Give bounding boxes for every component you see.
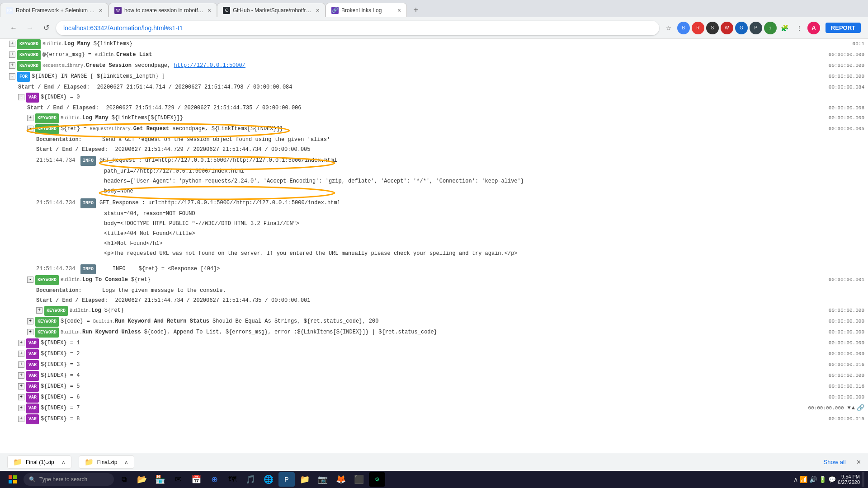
doc-label: Documentation:: [36, 286, 95, 295]
tab-close-rf[interactable]: ×: [99, 7, 103, 14]
toggle-expand[interactable]: +: [18, 372, 24, 379]
keyword-badge: KEYWORD: [35, 275, 59, 285]
toggle-collapse[interactable]: -: [27, 126, 33, 132]
tray-network-icon[interactable]: 📶: [800, 476, 807, 483]
meta-value: 20200627 21:51:44.729 / 20200627 21:51:4…: [115, 145, 310, 154]
tab-howto[interactable]: W how to create session in robotfra... ×: [108, 3, 217, 17]
toggle-expand[interactable]: +: [18, 416, 24, 422]
scroll-down-icon[interactable]: ▼: [848, 404, 851, 413]
download-item-1[interactable]: 📁 Final (1).zip ∧: [7, 455, 71, 469]
extension-icon-7[interactable]: 1: [764, 22, 777, 34]
toggle-expand[interactable]: +: [18, 351, 24, 357]
info-badge: INFO: [80, 198, 96, 208]
taskbar-icon-firefox[interactable]: 🦊: [333, 472, 349, 487]
toggle-expand[interactable]: +: [18, 383, 24, 389]
tray-battery-icon[interactable]: 🔋: [819, 476, 826, 483]
info-content: INFO: [99, 264, 138, 273]
taskbar-icon-chrome[interactable]: ⊕: [206, 472, 222, 487]
tab-robotframework[interactable]: RF Robot Framework + Selenium W... ×: [0, 3, 108, 17]
toggle-expand[interactable]: +: [18, 361, 24, 368]
taskbar-icon-store[interactable]: 🏪: [152, 472, 168, 487]
tab-bar: RF Robot Framework + Selenium W... × W h…: [0, 0, 868, 17]
taskbar-icon-music[interactable]: 🎵: [242, 472, 259, 487]
extension-icon-3[interactable]: S: [706, 22, 719, 34]
taskbar-icon-maps[interactable]: 🗺: [224, 472, 241, 487]
tab-close-brokenlinks[interactable]: ×: [397, 7, 401, 14]
tab-title-github: GitHub - MarketSquare/robotfra...: [233, 7, 313, 14]
list-item: - FOR ${INDEX} IN RANGE [ ${linkitems_le…: [0, 71, 868, 82]
new-tab-button[interactable]: +: [409, 3, 423, 17]
var-badge: VAR: [26, 404, 39, 413]
scroll-up-icon[interactable]: ▲: [852, 404, 855, 413]
log-text: ${INDEX} = 4: [41, 371, 80, 380]
toggle-expand[interactable]: +: [27, 318, 33, 324]
tab-close-github[interactable]: ×: [316, 7, 320, 14]
report-button[interactable]: REPORT: [826, 23, 861, 33]
toggle-expand[interactable]: +: [36, 307, 42, 314]
toggle-expand[interactable]: +: [9, 62, 15, 69]
taskbar-icon-pycharm[interactable]: ⚙: [369, 472, 385, 487]
list-item: - VAR ${INDEX} = 0: [0, 92, 868, 103]
download-bar-close[interactable]: ×: [857, 458, 861, 466]
refresh-button[interactable]: ↺: [40, 22, 52, 34]
taskbar-icon-mail[interactable]: ✉: [170, 472, 186, 487]
log-container: + KEYWORD Builtin.Log Many ${linkItems} …: [0, 39, 868, 425]
taskbar-icon-screenshot[interactable]: 📷: [315, 472, 331, 487]
task-view-button[interactable]: ⧉: [116, 472, 132, 487]
keyword-badge: KEYWORD: [35, 317, 59, 327]
tray-notification-icon[interactable]: 💬: [828, 476, 836, 483]
extension-icon-1[interactable]: B: [677, 22, 690, 34]
toggle-collapse[interactable]: -: [27, 277, 33, 283]
taskbar-icon-terminal[interactable]: ⬛: [351, 472, 367, 487]
extension-icon-2[interactable]: R: [692, 22, 704, 34]
menu-button[interactable]: ⋮: [793, 22, 806, 34]
address-input[interactable]: [56, 21, 659, 35]
taskbar-clock[interactable]: 9:54 PM 6/27/2020: [838, 474, 860, 485]
start-button[interactable]: [4, 472, 22, 487]
taskbar-icon-explorer[interactable]: 📁: [297, 472, 313, 487]
taskbar-icon-files[interactable]: 📂: [134, 472, 150, 487]
back-button[interactable]: ←: [7, 22, 20, 34]
tray-up-icon[interactable]: ∧: [793, 476, 798, 483]
list-item: Start / End / Elapsed: 20200627 21:51:44…: [0, 103, 868, 113]
toggle-expand[interactable]: +: [18, 405, 24, 411]
extension-icon-6[interactable]: P: [750, 22, 762, 34]
download-chevron-1[interactable]: ∧: [61, 459, 66, 465]
meta-label: Start / End / Elapsed:: [36, 296, 108, 305]
bookmark-icon[interactable]: ☆: [663, 22, 675, 34]
download-item-2[interactable]: 📁 Final.zip ∧: [79, 455, 135, 469]
log-time: 00:00:00.006: [820, 103, 864, 113]
toggle-expand[interactable]: +: [18, 394, 24, 400]
toggle-expand[interactable]: +: [27, 115, 33, 121]
toggle-expand[interactable]: +: [18, 340, 24, 346]
toggle-expand[interactable]: +: [9, 52, 15, 58]
extensions-button[interactable]: 🧩: [778, 22, 791, 34]
extension-icon-5[interactable]: G: [735, 22, 748, 34]
toggle-collapse[interactable]: -: [9, 73, 15, 80]
search-bar[interactable]: 🔍 Type here to search: [24, 473, 114, 486]
windows-logo-icon: [8, 475, 17, 484]
log-time: 00:00:00.000: [820, 371, 864, 380]
toggle-expand[interactable]: +: [9, 41, 15, 47]
extension-icon-4[interactable]: W: [721, 22, 733, 34]
taskbar-icon-browser[interactable]: 🌐: [260, 472, 277, 487]
toggle-collapse[interactable]: -: [18, 94, 24, 100]
tab-github[interactable]: ⊙ GitHub - MarketSquare/robotfra... ×: [217, 3, 326, 17]
download-chevron-2[interactable]: ∧: [124, 459, 128, 465]
taskbar: 🔍 Type here to search ⧉ 📂 🏪 ✉ 📅 ⊕ 🗺 🎵 🌐 …: [0, 471, 868, 488]
taskbar-icon-ide[interactable]: P: [278, 472, 295, 487]
profile-avatar[interactable]: A: [807, 22, 820, 34]
show-all-button[interactable]: Show all: [824, 459, 846, 465]
content-area: + KEYWORD Builtin.Log Many ${linkItems} …: [0, 39, 868, 453]
list-item: Start / End / Elapsed: 20200627 21:51:44…: [0, 296, 868, 305]
toggle-expand[interactable]: +: [27, 329, 33, 335]
keyword-badge: KEYWORD: [35, 328, 59, 338]
list-item: 21:51:44.734 INFO INFO ${ret} = <Respons…: [0, 264, 868, 275]
info-badge: INFO: [80, 156, 96, 166]
tab-close-howto[interactable]: ×: [208, 7, 211, 14]
tab-brokenlinks[interactable]: 🔗 BrokenLinks Log ×: [326, 3, 407, 17]
taskbar-icon-calendar[interactable]: 📅: [188, 472, 204, 487]
show-desktop-button[interactable]: [862, 472, 864, 487]
tray-volume-icon[interactable]: 🔊: [809, 476, 817, 483]
forward-button[interactable]: →: [24, 22, 36, 34]
